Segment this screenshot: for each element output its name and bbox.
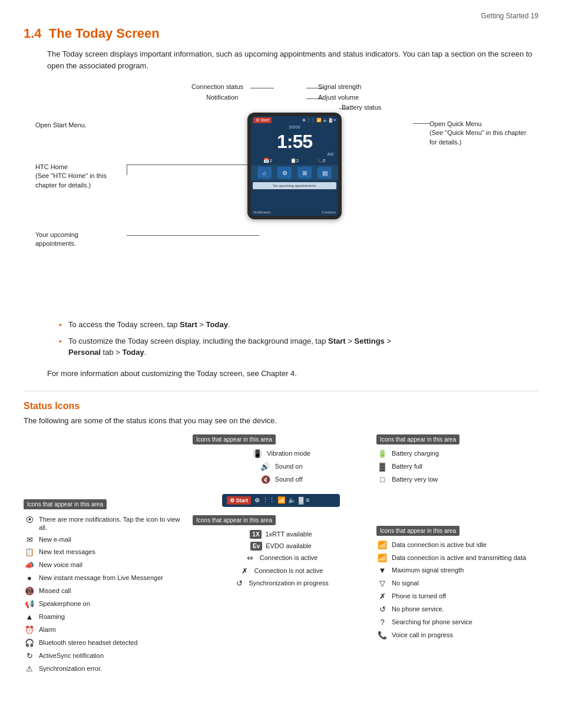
more-info-text: For more information about customizing t… [47,369,297,378]
icon-sync-error-desc: Synchronization error. [39,664,186,673]
bullet-list: To access the Today screen, tap Start > … [59,319,538,358]
line-signal [306,88,324,88]
more-info: For more information about customizing t… [47,368,538,380]
phone-strip: ⚙ Start ⊕⋮⋮📶🔈▓≡ [222,494,340,507]
icon-row-speakerphone: 📢 Speakerphone on [24,599,186,610]
icon-conn-inactive-desc: Connection is not active [254,566,323,575]
icon-batt-full-desc: Battery full [392,462,538,470]
callout-quick-menu: Open Quick Menu(See "Quick Menu" in this… [429,120,527,147]
icon-voice-call-glyph: 📞 [376,631,388,641]
icon-row-data-idle: 📶 Data connection is active but idle [376,541,538,551]
icon-row-notifications: ⦿ There are more notifications. Tap the … [24,515,186,532]
phone-strip-status-icons: ⊕⋮⋮📶🔈▓≡ [254,496,309,504]
center-top-area-label: Icons that appear in this area [193,434,276,444]
phone-quick-row: 📅2📋2📞0 [251,156,338,165]
phone-ampm: AM [251,152,338,156]
icon-conn-active-glyph: ⇔ [244,554,256,564]
icon-sync-error-glyph: ⚠ [24,664,35,674]
intro-paragraph: The Today screen displays important info… [47,50,533,70]
line-quick-menu [413,123,431,124]
left-area-label: Icons that appear in this area [24,499,107,509]
status-icons-subtitle: The following are some of the status ico… [24,416,538,425]
section-number: 1.4 [24,26,42,41]
phone-bottom-contacts: Contacts [322,210,336,214]
start-button-mockup: ⚙ Start [253,117,272,123]
phone-appointments: No upcoming appointments [253,182,336,189]
icon-batt-full-glyph: ▓ [376,462,388,472]
icon-row-conn-active: ⇔ Connection is active [244,554,318,564]
icon-sound-off-glyph: 🔇 [260,475,272,485]
icon-no-signal-desc: No signal [392,579,538,587]
icon-max-signal-glyph: ▼ [376,566,388,576]
icon-roaming-glyph: ▲ [24,612,35,622]
icon-row-data-transmit: 📶 Data connection is active and transmit… [376,554,538,564]
phone-icons-row: ⌂ ⚙ ⊞ ▤ [251,165,338,180]
icon-bluetooth-glyph: 🎧 [24,638,35,648]
line-htc-home2 [127,164,257,165]
icon-phone-off-glyph: ✗ [376,592,388,602]
icon-vibration-desc: Vibration mode [267,449,310,457]
callout-appointments: Your upcomingappointments. [35,230,124,249]
bold-today: Today [206,320,228,329]
icon-instant-desc: New instant message from Live Messenger [39,574,186,582]
icon-data-idle-desc: Data connection is active but idle [392,541,538,549]
phone-date: 3/3/00 [251,124,338,130]
callout-battery-status: Battery status [342,104,381,111]
icon-row-vibration: 📳 Vibration mode [252,449,310,459]
icon-row-batt-charging: 🔋 Battery charging [376,449,538,459]
bold-settings: Settings [355,337,385,345]
icon-voicemail-glyph: 📣 [24,561,35,571]
icon-row-max-signal: ▼ Maximum signal strength [376,566,538,576]
icon-missed-desc: Missed call [39,587,186,595]
icon-roaming-desc: Roaming [39,612,186,621]
phone-icon-apps: ⊞ [297,167,312,179]
bold-start-1: Start [180,320,197,329]
icon-max-signal-desc: Maximum signal strength [392,566,538,574]
icon-vibration-glyph: 📳 [252,449,263,459]
icon-voicemail-desc: New voice mail [39,561,186,569]
icon-data-transmit-desc: Data connection is active and transmitti… [392,554,538,562]
line-htc-home3 [127,164,127,175]
status-subtitle-text: The following are some of the status ico… [24,416,277,425]
diagram-area: Connection status Signal strength Notifi… [24,83,538,313]
icon-text-glyph: 📋 [24,548,35,558]
right-bottom-area-label: Icons that appear in this area [376,526,459,536]
icon-sound-on-desc: Sound on [275,462,302,470]
intro-text: The Today screen displays important info… [47,48,538,71]
icon-notifications-glyph: ⦿ [24,515,35,525]
section-title: 1.4 The Today Screen [24,26,538,41]
section-title-text: The Today Screen [49,26,160,41]
icon-no-service-desc: No phone service. [392,605,538,613]
icon-1xrtt-desc: 1xRTT available [265,530,312,538]
icon-evdo-glyph: Ev [250,542,262,551]
phone-icon-home: ⌂ [257,167,272,179]
icon-row-evdo: Ev EVDO available [250,542,312,551]
icon-row-sync-progress: ↺ Synchronization in progress [233,579,329,589]
icon-phone-off-desc: Phone is turned off [392,592,538,600]
line-connection [250,88,274,88]
callout-connection-status: Connection status [191,83,243,90]
icon-row-new-email: ✉ New e-mail [24,535,186,545]
icon-row-missed-call: 📵 Missed call [24,587,186,597]
line-appointments [127,235,259,236]
icon-text-desc: New text messages [39,548,186,556]
icon-speaker-glyph: 📢 [24,599,35,610]
icon-conn-active-desc: Connection is active [260,554,318,562]
bold-today-2: Today [122,348,144,357]
phone-time: 1:55 [251,130,338,152]
icon-row-sync-error: ⚠ Synchronization error. [24,664,186,674]
phone-status-bar: ⚙ Start ⊕⋮⋮📶🔈▓≡ [251,116,338,124]
icon-row-sound-on: 🔊 Sound on [259,462,302,472]
callout-open-start: Open Start Menu. [35,121,127,129]
left-icons-column: Icons that appear in this area ⦿ There a… [24,434,186,677]
right-icons-column: Icons that appear in this area 🔋 Battery… [376,434,538,644]
status-title-text: Status Icons [24,401,80,411]
phone-status-icons: ⊕⋮⋮📶🔈▓≡ [302,118,336,123]
icon-row-instant-msg: ● New instant message from Live Messenge… [24,574,186,584]
icon-sync-progress-desc: Synchronization in progress [249,579,329,587]
icon-row-roaming: ▲ Roaming [24,612,186,622]
phone-strip-start-btn: ⚙ Start [227,496,251,505]
callout-signal-strength: Signal strength [318,83,361,90]
page-header: Getting Started 19 [24,12,538,20]
icon-row-phone-off: ✗ Phone is turned off [376,592,538,602]
